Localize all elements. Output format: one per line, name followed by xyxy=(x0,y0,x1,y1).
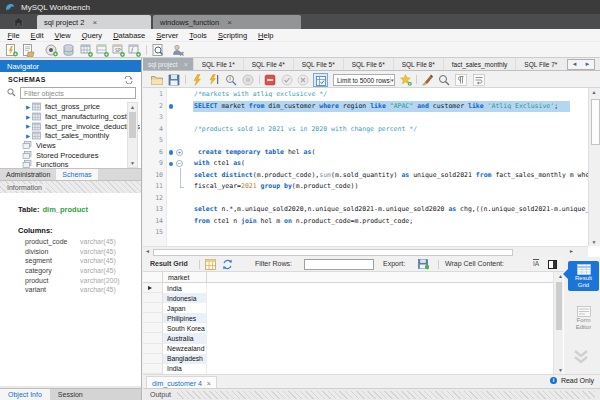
code-line[interactable]: 4 + − /*products sold in 2021 vs in 2020… xyxy=(143,124,588,136)
open-file-icon[interactable] xyxy=(151,74,163,86)
sidebar-bottom-tab[interactable]: Session xyxy=(50,389,91,400)
code-line[interactable]: 12 + − xyxy=(143,193,588,205)
document-tab[interactable]: windows_function × xyxy=(153,15,301,29)
row-selector-cell[interactable] xyxy=(143,323,163,333)
code-line[interactable]: 14 + − from cte1 n join hel m on n.produ… xyxy=(143,216,588,228)
grid-vertical-scrollbar[interactable]: ▲ ▼ xyxy=(553,272,563,374)
menu-item[interactable]: Scripting xyxy=(212,31,252,40)
scroll-right-icon[interactable]: ► xyxy=(569,248,574,254)
document-tab[interactable]: sql project 2 × xyxy=(37,15,151,29)
editor-tab[interactable]: SQL File 7* × xyxy=(515,58,565,70)
menu-item[interactable]: Help xyxy=(253,31,279,40)
code-line[interactable]: 11 + − fiscal_year=2021 group by(m.produ… xyxy=(143,181,588,193)
tree-item[interactable]: ▶ fact_manufacturing_cost xyxy=(0,112,141,122)
fold-collapsed-icon[interactable]: + xyxy=(176,149,183,156)
code-line[interactable]: 15 + − xyxy=(143,227,588,239)
grid-cell[interactable]: Japan xyxy=(163,303,207,313)
code-line[interactable]: 3 + − xyxy=(143,112,588,124)
tree-item[interactable]: ▶ fact_sales_monthly xyxy=(0,131,141,141)
output-panel-header[interactable]: Output xyxy=(143,388,600,400)
grid-cell[interactable]: Bangladesh xyxy=(163,354,207,364)
grid-cell[interactable]: Australia xyxy=(163,333,207,343)
close-icon[interactable]: × xyxy=(207,380,211,387)
sql-editor[interactable]: 1 + − /*markets with atliq exclusicve */… xyxy=(143,88,588,246)
editor-vertical-scrollbar[interactable]: ▲ ▼ xyxy=(588,88,600,246)
code-line[interactable]: 2 + − SELECT market from dim_customer wh… xyxy=(143,101,588,113)
expand-arrow-icon[interactable]: ▶ xyxy=(24,104,32,110)
sidebar-tab[interactable]: Schemas xyxy=(56,169,97,180)
menu-item[interactable]: Edit xyxy=(25,31,49,40)
new-procedure-icon[interactable]: SP xyxy=(112,44,125,57)
editor-tab[interactable]: fact_sales_monthly × xyxy=(443,58,516,70)
grid-cell[interactable]: India xyxy=(163,283,207,293)
fold-expanded-icon[interactable]: − xyxy=(176,160,183,167)
scroll-up-icon[interactable]: ▲ xyxy=(128,104,137,110)
search-objects-icon[interactable] xyxy=(152,44,165,57)
row-selector-cell[interactable] xyxy=(143,354,163,364)
code-line[interactable]: 5 + − xyxy=(143,135,588,147)
sidebar-bottom-tab[interactable]: Object Info xyxy=(0,389,50,400)
editor-tab[interactable]: SQL File 6* × xyxy=(343,58,393,70)
grid-cell[interactable]: Philipines xyxy=(163,313,207,323)
scroll-left-icon[interactable]: ◄ xyxy=(145,248,150,254)
new-table-icon[interactable] xyxy=(80,44,93,57)
scroll-down-icon[interactable]: ▼ xyxy=(592,239,597,245)
editor-tab[interactable]: SQL File 4* × xyxy=(243,58,293,70)
grid-icon[interactable] xyxy=(205,259,216,270)
save-icon[interactable] xyxy=(168,74,180,86)
new-view-icon[interactable] xyxy=(96,44,109,57)
form-editor-view-button[interactable]: Form Editor xyxy=(568,303,599,333)
execute-statement-icon[interactable] xyxy=(208,74,220,86)
row-selector-cell[interactable] xyxy=(143,364,163,374)
result-grid-view-button[interactable]: Result Grid xyxy=(568,261,599,291)
expand-arrow-icon[interactable]: ▶ xyxy=(24,133,32,139)
open-sql-file-icon[interactable] xyxy=(22,44,35,57)
explain-plan-icon[interactable] xyxy=(225,74,237,86)
commit-icon[interactable] xyxy=(281,74,293,86)
new-snippet-icon[interactable] xyxy=(400,74,412,86)
code-line[interactable]: 6 + − create temporary table hel as( xyxy=(143,147,588,159)
stop-icon[interactable] xyxy=(242,74,254,86)
execute-script-icon[interactable] xyxy=(191,74,203,86)
home-tab-button[interactable] xyxy=(0,14,37,29)
grid-cell[interactable]: Newzealand xyxy=(163,344,207,354)
tree-item[interactable]: ▶ fact_pre_invoice_deductions xyxy=(0,121,141,131)
editor-hscroll-thumb[interactable] xyxy=(153,249,513,256)
rollback-icon[interactable] xyxy=(297,74,309,86)
expand-arrow-icon[interactable]: ▶ xyxy=(24,123,32,129)
editor-horizontal-scrollbar[interactable]: ◄ ► xyxy=(143,246,588,257)
scroll-down-icon[interactable]: ▼ xyxy=(128,160,137,166)
filter-objects-input[interactable]: Filter objects xyxy=(20,87,136,99)
menu-item[interactable]: Database xyxy=(108,31,151,40)
refresh-schemas-icon[interactable] xyxy=(124,76,133,84)
row-selector-cell[interactable] xyxy=(143,283,163,293)
row-selector-cell[interactable] xyxy=(143,293,163,303)
sidebar-tab[interactable]: Administration xyxy=(0,169,56,180)
menu-item[interactable]: Tools xyxy=(184,31,213,40)
menu-item[interactable]: View xyxy=(49,31,76,40)
new-query-tab-icon[interactable] xyxy=(5,44,18,57)
show-invisibles-icon[interactable] xyxy=(455,74,467,86)
filter-rows-input[interactable] xyxy=(304,259,374,270)
beautify-icon[interactable] xyxy=(421,74,433,86)
toggle-side-panel-icon[interactable] xyxy=(548,260,557,269)
export-icon[interactable] xyxy=(418,259,429,270)
editor-vscroll-thumb[interactable] xyxy=(591,99,600,145)
grid-vscroll-thumb[interactable] xyxy=(556,282,562,330)
menu-item[interactable]: Query xyxy=(76,31,107,40)
close-icon[interactable]: × xyxy=(92,19,97,26)
tree-item[interactable]: ▶ Stored Procedures xyxy=(0,150,141,160)
chevron-down-icon[interactable] xyxy=(572,349,590,365)
autocommit-toggle[interactable] xyxy=(313,73,328,87)
expand-arrow-icon[interactable]: ▶ xyxy=(24,114,32,120)
grid-column-header[interactable]: market xyxy=(163,272,207,282)
tab-scroll-right-icon[interactable]: ► xyxy=(581,60,594,69)
menu-item[interactable]: File xyxy=(2,31,25,40)
wrap-text-icon[interactable] xyxy=(473,74,485,86)
grid-corner-cell[interactable] xyxy=(143,272,163,282)
tree-item[interactable]: ▶ fact_gross_price xyxy=(0,102,141,112)
find-icon[interactable] xyxy=(438,74,450,86)
scroll-up-icon[interactable]: ▲ xyxy=(592,89,597,95)
row-selector-cell[interactable] xyxy=(143,313,163,323)
limit-rows-dropdown[interactable]: Limit to 5000 rows ▾ xyxy=(333,74,395,86)
